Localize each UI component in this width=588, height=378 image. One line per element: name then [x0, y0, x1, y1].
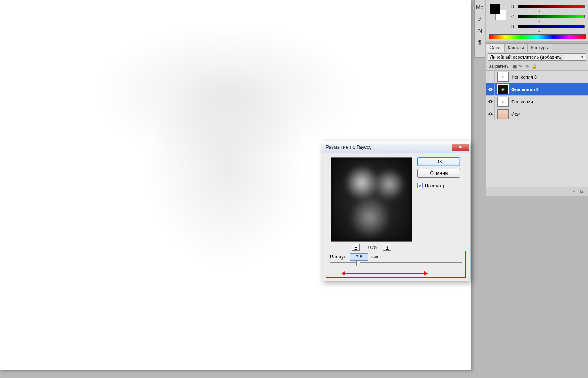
- zoom-in-button[interactable]: +: [383, 244, 391, 251]
- layer-name[interactable]: Фон: [511, 112, 588, 117]
- layer-list: ⟡ Фон копия 3 ◉ Фон копия 2 ☺ Фон копия …: [486, 71, 588, 187]
- link-layers-icon[interactable]: ⚭: [572, 189, 576, 194]
- zoom-value: 100%: [366, 245, 377, 250]
- layer-thumbnail: [497, 109, 509, 119]
- layer-name[interactable]: Фон копия: [511, 99, 588, 104]
- right-toolstrip: Mb ⎎ A| ¶: [474, 0, 485, 58]
- filter-preview[interactable]: [331, 157, 412, 242]
- lock-all-icon[interactable]: 🔒: [531, 64, 537, 69]
- visibility-toggle[interactable]: [486, 108, 495, 120]
- b-slider-thumb[interactable]: ▲: [538, 30, 585, 33]
- eye-icon: [488, 112, 493, 117]
- layer-name[interactable]: Фон копия 2: [511, 87, 588, 92]
- chevron-down-icon: ▼: [581, 55, 584, 59]
- gaussian-blur-dialog: Размытие по Гауссу ✕ – 100% + ОК Отмена …: [322, 141, 470, 281]
- ok-button[interactable]: ОК: [417, 157, 460, 166]
- lock-move-icon[interactable]: ✥: [525, 64, 529, 69]
- cancel-button[interactable]: Отмена: [417, 169, 460, 178]
- layers-panel-tabs: Слои Каналы Контуры: [486, 44, 588, 52]
- close-icon: ✕: [459, 145, 462, 149]
- eye-icon: [488, 99, 493, 104]
- close-button[interactable]: ✕: [452, 144, 469, 151]
- toolstrip-paragraph-icon[interactable]: ¶: [475, 37, 485, 47]
- b-label: B: [511, 24, 515, 29]
- tab-paths[interactable]: Контуры: [528, 44, 552, 52]
- eye-icon: [488, 87, 493, 92]
- visibility-toggle[interactable]: [486, 71, 495, 83]
- preview-checkbox-label: Просмотр: [425, 183, 445, 188]
- g-label: G: [511, 14, 515, 19]
- lock-label: Закрепить:: [489, 64, 510, 69]
- dialog-title: Размытие по Гауссу: [326, 144, 371, 150]
- r-slider[interactable]: [518, 5, 585, 8]
- dialog-titlebar[interactable]: Размытие по Гауссу ✕: [322, 141, 470, 153]
- toolstrip-mb-icon[interactable]: Mb: [475, 2, 485, 12]
- radius-input[interactable]: [350, 253, 368, 261]
- foreground-background-swatch[interactable]: [490, 4, 506, 20]
- radius-unit: пикс.: [371, 254, 382, 260]
- toolstrip-measure-icon[interactable]: ⎎: [475, 14, 485, 24]
- foreground-swatch[interactable]: [490, 4, 500, 14]
- layer-thumbnail: ⟡: [497, 72, 509, 82]
- blend-mode-select[interactable]: Линейный осветлитель (добавить) ▼: [488, 53, 586, 61]
- r-label: R: [511, 5, 515, 9]
- layers-panel: Слои Каналы Контуры Линейный осветлитель…: [486, 43, 588, 196]
- layer-row[interactable]: Фон: [486, 108, 588, 120]
- preview-image: [331, 158, 412, 241]
- color-panel: R ▲ G ▲ B ▲: [486, 0, 588, 41]
- preview-checkbox[interactable]: ✔: [417, 183, 423, 188]
- layer-thumbnail: ☺: [497, 97, 509, 107]
- g-slider[interactable]: [518, 15, 585, 18]
- layer-name[interactable]: Фон копия 3: [511, 74, 588, 79]
- lock-brush-icon[interactable]: ✎: [519, 64, 523, 69]
- layer-thumbnail: ◉: [497, 84, 509, 94]
- tab-layers[interactable]: Слои: [486, 44, 505, 52]
- layer-row[interactable]: ⟡ Фон копия 3: [486, 71, 588, 83]
- hue-spectrum[interactable]: [489, 34, 586, 39]
- layer-row[interactable]: ◉ Фон копия 2: [486, 83, 588, 96]
- b-slider[interactable]: [518, 25, 585, 28]
- layers-panel-footer: ⚭ fx.: [486, 187, 588, 196]
- toolstrip-character-icon[interactable]: A|: [475, 25, 485, 35]
- blend-mode-value: Линейный осветлитель (добавить): [490, 55, 563, 60]
- radius-slider[interactable]: [330, 262, 462, 263]
- annotation-arrow: [341, 271, 428, 275]
- layer-row[interactable]: ☺ Фон копия: [486, 96, 588, 108]
- tab-channels[interactable]: Каналы: [505, 44, 528, 52]
- layer-fx-icon[interactable]: fx.: [580, 189, 584, 194]
- rgb-sliders: R ▲ G ▲ B ▲: [511, 3, 585, 33]
- lock-transparent-icon[interactable]: ▦: [512, 64, 517, 69]
- radius-label: Радиус:: [330, 254, 348, 260]
- visibility-toggle[interactable]: [486, 96, 495, 108]
- visibility-toggle[interactable]: [486, 83, 495, 96]
- zoom-out-button[interactable]: –: [352, 244, 360, 251]
- radius-slider-thumb[interactable]: [356, 260, 360, 266]
